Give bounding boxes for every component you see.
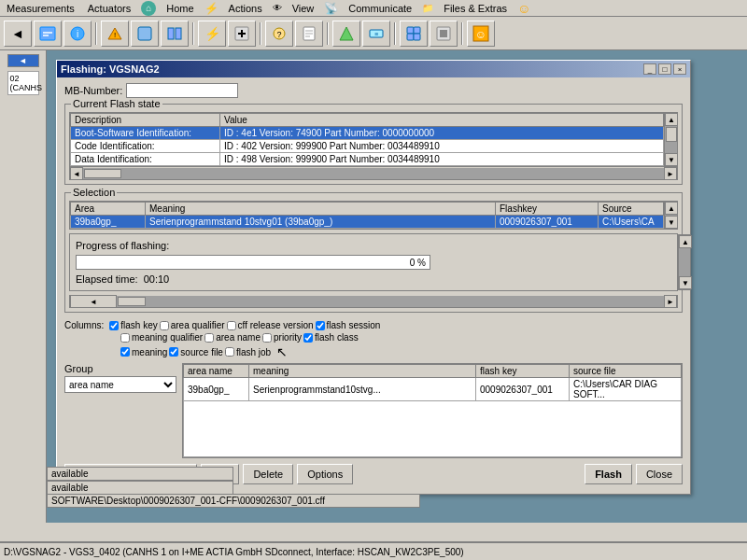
- flash-state-table: Description Value Boot-Software Identifi…: [70, 113, 664, 166]
- hscroll-thumb[interactable]: [84, 169, 121, 178]
- hscroll-right-sel[interactable]: ►: [664, 295, 677, 308]
- scroll-down-sel[interactable]: ▼: [665, 216, 678, 229]
- bt-row[interactable]: 39ba0gp_ Serienprogrammstand10stvg... 00…: [184, 378, 682, 401]
- col-flash-key-check[interactable]: [109, 321, 119, 330]
- scroll-up-sel[interactable]: ▲: [665, 202, 678, 215]
- mb-number-label: MB-Number:: [64, 85, 122, 96]
- elapsed-label: Elapsed time:: [76, 273, 138, 285]
- scroll-thumb[interactable]: [666, 127, 677, 142]
- sel-area: 39ba0gp_: [71, 216, 146, 229]
- table-row[interactable]: Data Identification: ID : 498 Version: 9…: [71, 153, 664, 166]
- dialog-maximize[interactable]: □: [658, 63, 671, 75]
- toolbar-sep-2: [192, 22, 194, 45]
- bt-meaning: Serienprogrammstand10stvg...: [249, 378, 476, 401]
- close-btn[interactable]: Close: [636, 464, 683, 484]
- mb-number-input[interactable]: [126, 83, 238, 98]
- progress-bar-container: 0 %: [76, 255, 430, 270]
- group-label: Group: [64, 363, 176, 374]
- toolbar-btn-10[interactable]: [295, 21, 323, 47]
- toolbar-btn-5[interactable]: [131, 21, 159, 47]
- menu-home[interactable]: Home: [163, 3, 196, 14]
- menu-measurements[interactable]: Measurements: [4, 3, 78, 14]
- toolbar-btn-3[interactable]: i: [63, 21, 92, 47]
- columns-checkboxes-2: meaning qualifier area name priority: [64, 332, 683, 343]
- scroll-down[interactable]: ▼: [665, 153, 678, 166]
- col-source-file-check[interactable]: [169, 347, 178, 357]
- group-dropdown[interactable]: area name meaning none: [64, 376, 176, 393]
- toolbar-btn-6[interactable]: [161, 21, 189, 47]
- sel-source: C:\Users\CA: [599, 216, 664, 229]
- dialog-minimize[interactable]: _: [643, 63, 656, 75]
- collapse-btn[interactable]: ◄: [7, 54, 39, 67]
- col-meaning-check[interactable]: [120, 347, 130, 357]
- col-meaning-qual-check[interactable]: [120, 333, 130, 343]
- svg-marker-17: [340, 27, 353, 40]
- hscroll-left-sel[interactable]: ◄: [70, 295, 117, 308]
- col-area-name-check[interactable]: [204, 333, 214, 343]
- menu-communicate[interactable]: Communicate: [345, 3, 415, 14]
- dialog-close[interactable]: ×: [673, 63, 686, 75]
- scroll-up[interactable]: ▲: [665, 113, 678, 126]
- scroll-left[interactable]: ◄: [70, 167, 83, 180]
- delete-btn[interactable]: Delete: [243, 464, 293, 484]
- menu-actions[interactable]: Actions: [226, 3, 265, 14]
- toolbar-btn-9[interactable]: ?: [265, 21, 293, 47]
- table-row[interactable]: Code Identification: ID : 402 Version: 9…: [71, 140, 664, 153]
- hscroll-thumb-sel[interactable]: [118, 297, 146, 306]
- scroll-up-prog[interactable]: ▲: [679, 235, 692, 248]
- selection-row[interactable]: 39ba0gp_ Serienprogrammstand 10stvg01 (3…: [71, 216, 664, 229]
- progress-section: Progress of flashing: 0 % Elapsed time: …: [69, 233, 678, 291]
- toolbar-btn-2[interactable]: [34, 21, 62, 47]
- col-cff-release-check[interactable]: [227, 321, 236, 330]
- tree-item[interactable]: 02 (CANHS: [7, 71, 39, 95]
- scroll-down-prog[interactable]: ▼: [679, 276, 692, 289]
- elapsed-row: Elapsed time: 00:10: [76, 273, 671, 285]
- options-btn[interactable]: Options: [297, 464, 353, 484]
- col-flash-class-check[interactable]: [303, 333, 313, 343]
- col-priority-label: priority: [262, 332, 302, 343]
- scroll-right[interactable]: ►: [664, 167, 677, 180]
- tree-item-label: 02 (CANHS: [10, 74, 36, 92]
- svg-text:i: i: [77, 29, 78, 39]
- columns-checkboxes-3: meaning source file flash job: [64, 344, 683, 359]
- status-available-1: available: [47, 467, 233, 481]
- col-description: Description: [71, 114, 220, 127]
- col-flash-class-label: flash class: [303, 332, 359, 343]
- col-flash-session-check[interactable]: [316, 321, 325, 330]
- col-flash-job-check[interactable]: [225, 347, 234, 357]
- toolbar-btn-1[interactable]: ◄: [4, 21, 32, 47]
- menu-view[interactable]: View: [289, 3, 317, 14]
- vscroll-selection: ▲ ▼: [664, 202, 677, 229]
- home-icon: ⌂: [141, 1, 156, 16]
- toolbar-btn-14[interactable]: [430, 21, 458, 47]
- toolbar-btn-12[interactable]: ≡: [362, 21, 390, 47]
- actions-icon: ⚡: [204, 2, 218, 15]
- status-file-path: SOFTWARE\Desktop\0009026307_001-CFF\0009…: [47, 494, 420, 508]
- table-row[interactable]: Boot-Software Identification: ID : 4e1 V…: [71, 127, 664, 140]
- menu-actuators[interactable]: Actuators: [85, 3, 134, 14]
- flash-btn[interactable]: Flash: [585, 464, 632, 484]
- toolbar: ◄ i ! ⚡ ? ≡ ☺: [0, 17, 747, 50]
- col-meaning-label: meaning: [120, 347, 167, 357]
- toolbar-sep-4: [327, 22, 329, 45]
- toolbar-btn-15[interactable]: ☺: [467, 21, 495, 47]
- selection-label: Selection: [71, 187, 117, 198]
- row-description: Boot-Software Identification:: [71, 127, 220, 140]
- bt-col-flash-key: flash key: [476, 365, 570, 378]
- bottom-info-text: D:\VGSNAG2 - VGS3_0402 (CANHS 1 on I+ME …: [4, 547, 464, 557]
- toolbar-btn-7[interactable]: ⚡: [198, 21, 226, 47]
- group-section: Group area name meaning none: [64, 363, 176, 458]
- toolbar-sep-5: [394, 22, 396, 45]
- menu-files[interactable]: Files & Extras: [441, 3, 510, 14]
- dialog-titlebar: Flashing: VGSNAG2 _ □ ×: [57, 61, 690, 77]
- col-area-qualifier-check[interactable]: [160, 321, 169, 330]
- files-icon: 📁: [422, 3, 433, 13]
- svg-rect-5: [138, 27, 151, 40]
- toolbar-btn-8[interactable]: [228, 21, 256, 47]
- toolbar-btn-13[interactable]: [400, 21, 428, 47]
- col-priority-check[interactable]: [262, 333, 272, 343]
- toolbar-btn-4[interactable]: !: [101, 21, 129, 47]
- bt-area-name: 39ba0gp_: [184, 378, 249, 401]
- row-value: ID : 402 Version: 999900 Part Number: 00…: [220, 140, 664, 153]
- toolbar-btn-11[interactable]: [332, 21, 360, 47]
